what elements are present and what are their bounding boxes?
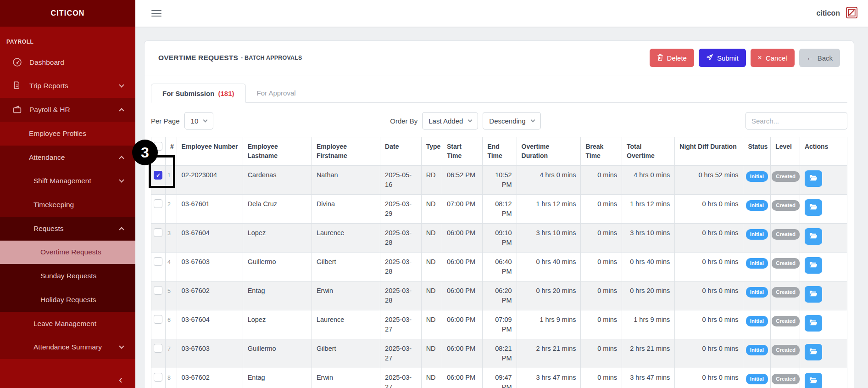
sidebar-item-payroll-hr[interactable]: Payroll & HR <box>0 98 135 122</box>
cell-night-diff-duration: 0 hrs 0 mins <box>675 310 743 339</box>
row-checkbox[interactable] <box>154 257 162 266</box>
back-arrow-icon: ← <box>807 54 814 62</box>
sidebar-item-shift-management[interactable]: Shift Management <box>0 169 135 193</box>
hamburger-menu-icon[interactable] <box>151 8 161 18</box>
topbar-brand-text: citicon <box>816 9 840 17</box>
row-checkbox[interactable] <box>154 199 162 208</box>
cell-date: 2025-03-28 <box>380 223 422 252</box>
table-header-row: # Employee Number Employee Lastname Empl… <box>151 137 847 166</box>
status-badge: Initial <box>746 287 768 298</box>
brand-logo-icon[interactable] <box>846 6 858 21</box>
sidebar-item-label: Leave Management <box>33 320 96 328</box>
per-page-select[interactable]: 10 <box>184 112 214 129</box>
tab-for-submission[interactable]: For Submission (181) <box>151 84 246 103</box>
sidebar-item-overtime-requests[interactable]: Overtime Requests <box>0 241 135 264</box>
cell-end-time: 07:09 PM <box>483 310 517 339</box>
page-title: OVERTIME REQUESTS <box>158 54 238 62</box>
status-badge: Initial <box>746 229 768 240</box>
row-checkbox[interactable] <box>154 344 162 353</box>
cell-type: ND <box>421 310 442 339</box>
cell-level: Created <box>771 223 800 252</box>
order-by-select[interactable]: Last Added <box>422 112 478 129</box>
sidebar-item-timekeeping[interactable]: Timekeeping <box>0 193 135 217</box>
row-checkbox[interactable] <box>154 373 162 382</box>
cell-end-time: 06:40 PM <box>483 252 517 281</box>
open-request-button[interactable] <box>805 315 822 332</box>
cell-level: Created <box>771 368 800 388</box>
sidebar-item-employee-profiles[interactable]: Employee Profiles <box>0 122 135 146</box>
back-button[interactable]: ← Back <box>799 49 840 67</box>
chevron-down-icon <box>119 178 124 183</box>
cell-start-time: 07:00 PM <box>442 194 483 223</box>
col-header-employee-lastname: Employee Lastname <box>243 137 312 166</box>
cell-date: 2025-05-16 <box>380 165 422 194</box>
sidebar-item-sunday-requests[interactable]: Sunday Requests <box>0 264 135 288</box>
row-select-cell <box>151 252 166 281</box>
chevron-down-icon <box>203 118 208 123</box>
order-direction-select[interactable]: Descending <box>483 112 540 129</box>
cell-date: 2025-03-29 <box>380 194 422 223</box>
sidebar-item-leave-management[interactable]: Leave Management <box>0 312 135 336</box>
cell-employee-number: 03-67604 <box>177 310 243 339</box>
status-badge: Initial <box>746 316 768 327</box>
sidebar-item-label: Shift Management <box>33 177 91 185</box>
folder-icon <box>809 174 818 183</box>
cell-actions <box>800 165 847 194</box>
header-buttons: Delete Submit × Cancel <box>650 49 840 67</box>
delete-button[interactable]: Delete <box>650 49 694 67</box>
col-header-total-overtime: Total Overtime <box>622 137 675 166</box>
submit-button[interactable]: Submit <box>699 49 746 67</box>
open-request-button[interactable] <box>805 373 822 388</box>
cell-status: Initial <box>743 310 771 339</box>
sidebar-item-dashboard[interactable]: Dashboard <box>0 51 135 74</box>
cancel-button[interactable]: × Cancel <box>751 49 795 67</box>
cell-overtime-duration: 2 hrs 21 mins <box>517 339 581 368</box>
tab-for-approval[interactable]: For Approval <box>246 84 307 102</box>
open-request-button[interactable] <box>805 170 822 187</box>
cell-total-overtime: 4 hrs 0 mins <box>622 165 675 194</box>
cell-employee-number: 03-67603 <box>177 252 243 281</box>
sidebar-item-holiday-requests[interactable]: Holiday Requests <box>0 288 135 312</box>
table-controls: Per Page 10 Order By Last Added Descendi… <box>145 103 854 137</box>
panel-header: OVERTIME REQUESTS - BATCH APPROVALS Dele… <box>145 41 854 75</box>
sidebar-item-requests[interactable]: Requests <box>0 217 135 241</box>
row-index: 4 <box>165 252 177 281</box>
sidebar-section-payroll: PAYROLL <box>0 27 135 51</box>
sidebar-item-label: Dashboard <box>29 58 64 67</box>
row-index: 3 <box>165 223 177 252</box>
open-request-button[interactable] <box>805 228 822 245</box>
cell-start-time: 06:00 PM <box>442 252 483 281</box>
cell-total-overtime: 0 hrs 40 mins <box>622 252 675 281</box>
chevron-down-icon <box>119 344 124 349</box>
chevron-down-icon <box>119 83 124 88</box>
cell-employee-firstname: Divina <box>312 194 380 223</box>
row-checkbox[interactable] <box>154 315 162 324</box>
open-request-button[interactable] <box>805 199 822 216</box>
sidebar-item-attendance[interactable]: Attendance <box>0 146 135 169</box>
search-input[interactable] <box>746 112 847 129</box>
status-badge: Initial <box>746 258 768 269</box>
cell-employee-number: 03-67603 <box>177 339 243 368</box>
open-request-button[interactable] <box>805 286 822 303</box>
cell-date: 2025-03-27 <box>380 310 422 339</box>
cell-overtime-duration: 1 hrs 12 mins <box>517 194 581 223</box>
cell-level: Created <box>771 281 800 310</box>
table-row: 303-67604LopezLaurence2025-03-28ND06:00 … <box>151 223 847 252</box>
cell-break-time: 0 mins <box>581 194 622 223</box>
cell-overtime-duration: 0 hrs 20 mins <box>517 281 581 310</box>
sidebar-item-attendance-summary[interactable]: Attendance Summary <box>0 336 135 360</box>
table-row: 803-67602EntagErwin2025-03-27ND06:00 PM0… <box>151 368 847 388</box>
row-select-cell <box>151 368 166 388</box>
row-checkbox[interactable] <box>154 228 162 237</box>
open-request-button[interactable] <box>805 257 822 274</box>
row-checkbox[interactable] <box>154 286 162 295</box>
row-select-cell <box>151 339 166 368</box>
cell-employee-firstname: Gilbert <box>312 339 380 368</box>
chevron-up-icon <box>119 108 124 113</box>
open-request-button[interactable] <box>805 344 822 360</box>
cell-status: Initial <box>743 368 771 388</box>
sidebar-item-trip-reports[interactable]: Trip Reports <box>0 74 135 98</box>
sidebar-collapse-icon[interactable]: ‹ <box>119 374 122 385</box>
cell-start-time: 06:00 PM <box>442 281 483 310</box>
cell-actions <box>800 194 847 223</box>
